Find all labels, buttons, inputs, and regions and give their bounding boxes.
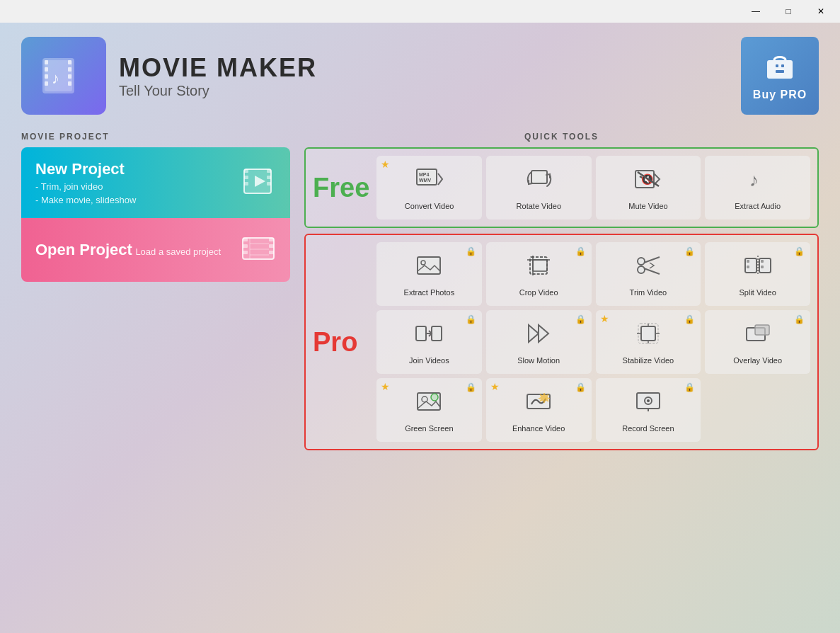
- open-project-sub: Load a saved project: [135, 246, 221, 257]
- slow-motion-lock-icon: 🔒: [575, 314, 586, 324]
- stabilize-lock-icon: 🔒: [684, 314, 695, 324]
- green-screen-label: Green Screen: [405, 423, 453, 433]
- green-screen-tool[interactable]: 🔒 ★ Green Screen: [376, 378, 482, 442]
- svg-rect-14: [776, 70, 784, 73]
- film-strip-icon: [241, 231, 276, 266]
- svg-point-49: [638, 258, 645, 265]
- svg-rect-24: [243, 238, 248, 241]
- record-screen-label: Record Screen: [622, 423, 674, 433]
- quick-tools-label: QUICK TOOLS: [304, 132, 819, 142]
- trim-video-icon: [634, 253, 662, 278]
- open-project-text: Open Project Load a saved project: [35, 241, 221, 259]
- stabilize-star-icon: ★: [600, 313, 609, 324]
- svg-rect-8: [68, 74, 71, 79]
- stabilize-video-label: Stabilize Video: [623, 355, 674, 365]
- svg-text:MP4: MP4: [419, 172, 430, 177]
- movie-project-label: MOVIE PROJECT: [21, 132, 290, 142]
- svg-point-74: [431, 394, 438, 401]
- trim-video-lock-icon: 🔒: [684, 246, 695, 256]
- convert-video-label: Convert Video: [405, 201, 454, 211]
- enhance-video-tool[interactable]: 🔒 ★ Enhance Video: [486, 378, 592, 442]
- green-screen-star-icon: ★: [381, 381, 390, 392]
- rotate-video-label: Rotate Video: [517, 201, 561, 211]
- svg-rect-12: [776, 64, 778, 67]
- extract-photos-label: Extract Photos: [404, 287, 455, 297]
- free-section: Free ★ MP4 WMV Convert: [304, 147, 819, 228]
- join-icon: [415, 321, 443, 351]
- mute-icon: 🔇: [634, 166, 662, 197]
- svg-marker-63: [539, 325, 548, 342]
- trim-video-label: Trim Video: [630, 287, 667, 297]
- crop-video-tool[interactable]: 🔒 Crop Video: [486, 242, 592, 306]
- convert-icon: MP4 WMV: [415, 166, 444, 197]
- buy-pro-label: Buy PRO: [753, 89, 807, 101]
- minimize-button[interactable]: —: [740, 0, 772, 23]
- main-content: ♪ MOVIE MAKER Tell Your Story Buy PRO: [0, 23, 840, 633]
- overlay-video-icon: [744, 321, 772, 346]
- trim-video-tool[interactable]: 🔒 Trim Video: [596, 242, 701, 306]
- join-videos-lock-icon: 🔒: [466, 314, 476, 324]
- svg-line-52: [644, 268, 660, 274]
- new-project-button[interactable]: New Project - Trim, join video - Make mo…: [21, 147, 290, 218]
- svg-rect-17: [244, 169, 248, 173]
- svg-rect-20: [267, 169, 271, 173]
- svg-rect-61: [432, 326, 442, 341]
- extract-photos-icon: [415, 253, 443, 278]
- enhance-icon: [524, 389, 553, 419]
- svg-rect-55: [747, 260, 749, 263]
- svg-rect-60: [416, 326, 426, 341]
- header-left: ♪ MOVIE MAKER Tell Your Story: [21, 37, 317, 115]
- rotate-video-tool[interactable]: Rotate Video: [486, 156, 592, 219]
- app-logo: ♪: [21, 37, 106, 115]
- logo-icon: ♪: [39, 51, 88, 101]
- convert-video-tool[interactable]: ★ MP4 WMV Convert Video: [376, 156, 482, 219]
- maximize-button[interactable]: □: [772, 0, 805, 23]
- overlay-icon: [744, 321, 772, 351]
- record-screen-tool[interactable]: 🔒 Record Screen: [596, 378, 701, 442]
- svg-text:WMV: WMV: [419, 178, 431, 183]
- film-icon: [241, 164, 276, 199]
- svg-rect-19: [244, 182, 248, 186]
- mute-video-icon: 🔇: [634, 166, 662, 192]
- extract-audio-tool[interactable]: ♪ Extract Audio: [705, 156, 810, 219]
- svg-rect-22: [267, 182, 271, 186]
- svg-rect-58: [761, 266, 764, 268]
- svg-rect-18: [244, 176, 248, 179]
- svg-rect-37: [531, 171, 547, 183]
- svg-rect-21: [267, 176, 271, 179]
- svg-rect-5: [45, 81, 48, 86]
- svg-rect-6: [68, 60, 71, 64]
- slow-motion-tool[interactable]: 🔒 Slow Motion: [486, 310, 592, 374]
- photos-icon: [415, 253, 443, 283]
- buy-pro-button[interactable]: Buy PRO: [741, 37, 819, 115]
- crop-video-icon: [524, 253, 553, 278]
- join-videos-icon: [415, 321, 443, 346]
- mute-video-label: Mute Video: [628, 201, 667, 211]
- stabilize-video-tool[interactable]: 🔒 ★ Stabilize Vid: [596, 310, 701, 374]
- split-video-lock-icon: 🔒: [794, 246, 805, 256]
- extract-photos-lock-icon: 🔒: [466, 246, 476, 256]
- record-screen-lock-icon: 🔒: [684, 382, 695, 392]
- extract-photos-tool[interactable]: 🔒 Extract Photos: [376, 242, 482, 306]
- extract-audio-icon: ♪: [744, 166, 772, 192]
- mute-video-tool[interactable]: 🔇 Mute Video: [596, 156, 701, 219]
- svg-rect-29: [269, 251, 274, 254]
- split-video-tool[interactable]: 🔒 Split Vide: [705, 242, 810, 306]
- free-tools-grid: ★ MP4 WMV Convert Video: [376, 156, 810, 219]
- enhance-video-label: Enhance Video: [512, 423, 565, 433]
- overlay-lock-icon: 🔒: [794, 314, 805, 324]
- left-panel: MOVIE PROJECT New Project - Trim, join v…: [21, 132, 290, 450]
- close-button[interactable]: ✕: [805, 0, 837, 23]
- content-area: MOVIE PROJECT New Project - Trim, join v…: [21, 132, 819, 450]
- svg-line-51: [644, 257, 660, 263]
- app-title-block: MOVIE MAKER Tell Your Story: [119, 53, 317, 99]
- split-video-label: Split Video: [739, 287, 776, 297]
- join-videos-tool[interactable]: 🔒 Join Videos: [376, 310, 482, 374]
- svg-text:♪: ♪: [52, 69, 59, 87]
- open-project-button[interactable]: Open Project Load a saved project: [21, 218, 290, 282]
- convert-video-icon: MP4 WMV: [415, 166, 444, 192]
- svg-rect-2: [45, 60, 48, 64]
- overlay-video-tool[interactable]: 🔒 Overlay Video: [705, 310, 810, 374]
- extract-audio-label: Extract Audio: [735, 201, 781, 211]
- svg-point-50: [638, 266, 645, 273]
